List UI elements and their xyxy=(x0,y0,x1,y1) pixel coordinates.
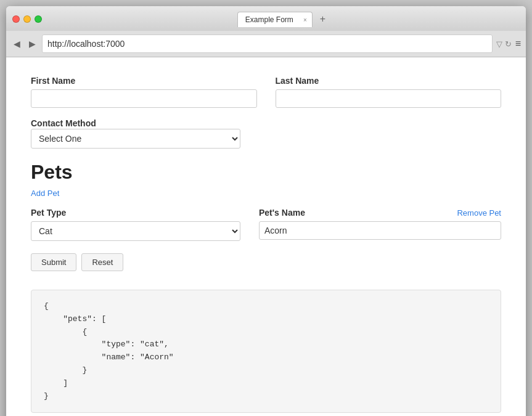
tab-close-icon[interactable]: × xyxy=(303,17,307,23)
last-name-group: Last Name xyxy=(276,76,502,108)
pet-row: Pet Type Cat Dog Bird Fish Other Pet's N… xyxy=(31,208,501,241)
pet-name-label: Pet's Name xyxy=(259,208,305,218)
pets-section: Pets Add Pet Pet Type Cat Dog Bird Fish … xyxy=(31,161,501,241)
first-name-label: First Name xyxy=(31,76,257,86)
last-name-input[interactable] xyxy=(276,89,502,108)
contact-method-select[interactable]: Select One Email Phone Mail xyxy=(31,129,240,149)
new-tab-button[interactable]: + xyxy=(315,11,330,27)
maximize-button[interactable] xyxy=(35,15,42,23)
pet-type-label: Pet Type xyxy=(31,208,240,218)
name-row: First Name Last Name xyxy=(31,76,501,108)
refresh-icon[interactable]: ↻ xyxy=(505,39,512,49)
page-content: First Name Last Name Contact Method Sele… xyxy=(6,57,526,416)
close-button[interactable] xyxy=(12,15,20,23)
active-tab[interactable]: Example Form × xyxy=(237,12,313,27)
address-bar: ◀ ▶ ▽ ↻ ≡ xyxy=(6,31,526,57)
pet-name-group: Pet's Name Remove Pet xyxy=(259,208,501,240)
back-button[interactable]: ◀ xyxy=(11,38,23,50)
add-pet-link[interactable]: Add Pet xyxy=(31,189,59,198)
contact-method-group: Contact Method Select One Email Phone Ma… xyxy=(31,118,501,149)
forward-button[interactable]: ▶ xyxy=(27,38,38,50)
tab-title: Example Form xyxy=(245,15,293,24)
minimize-button[interactable] xyxy=(23,15,31,23)
browser-window: Example Form × + ◀ ▶ ▽ ↻ ≡ First Name La… xyxy=(6,6,526,416)
first-name-input[interactable] xyxy=(31,89,257,108)
pet-name-input[interactable] xyxy=(259,221,501,240)
first-name-group: First Name xyxy=(31,76,257,108)
submit-button[interactable]: Submit xyxy=(31,253,76,271)
address-actions: ▽ ↻ xyxy=(496,39,512,49)
pet-type-select[interactable]: Cat Dog Bird Fish Other xyxy=(31,221,240,241)
window-controls xyxy=(12,15,42,23)
pet-type-group: Pet Type Cat Dog Bird Fish Other xyxy=(31,208,240,241)
remove-pet-link[interactable]: Remove Pet xyxy=(457,208,501,218)
tab-bar: Example Form × + xyxy=(48,11,520,27)
menu-icon[interactable]: ≡ xyxy=(515,38,521,49)
last-name-label: Last Name xyxy=(276,76,502,86)
button-row: Submit Reset xyxy=(31,253,501,271)
filter-icon: ▽ xyxy=(496,39,502,49)
reset-button[interactable]: Reset xyxy=(81,253,123,271)
pets-section-title: Pets xyxy=(31,161,501,184)
contact-method-label: Contact Method xyxy=(31,118,96,128)
pet-name-header: Pet's Name Remove Pet xyxy=(259,208,501,218)
title-bar: Example Form × + xyxy=(6,6,526,31)
address-input[interactable] xyxy=(42,35,493,53)
json-output: { "pets": [ { "type": "cat", "name": "Ac… xyxy=(31,290,501,413)
